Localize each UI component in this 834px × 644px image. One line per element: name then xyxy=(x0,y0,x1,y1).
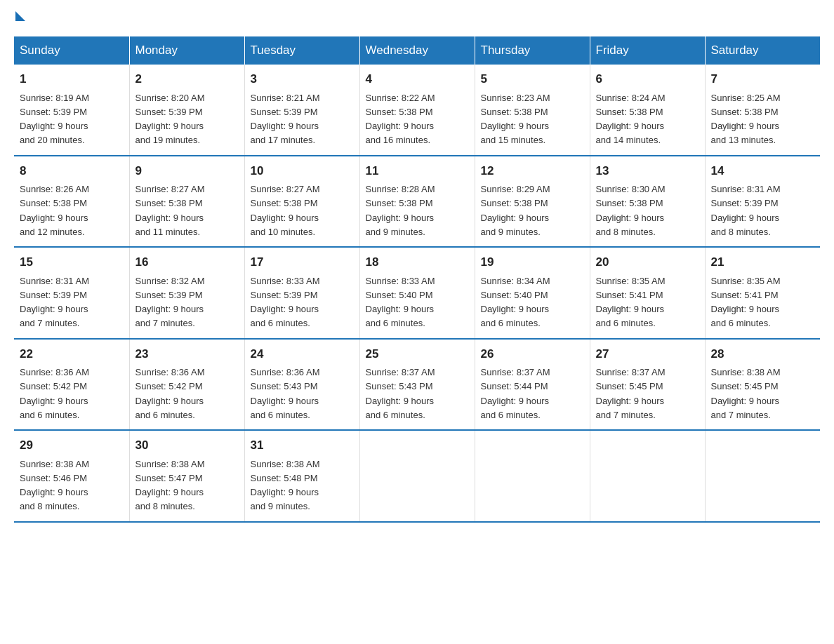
day-number: 12 xyxy=(481,162,584,180)
day-info: Sunrise: 8:20 AMSunset: 5:39 PMDaylight:… xyxy=(135,93,205,146)
day-info: Sunrise: 8:29 AMSunset: 5:38 PMDaylight:… xyxy=(481,184,550,237)
day-info: Sunrise: 8:25 AMSunset: 5:38 PMDaylight:… xyxy=(711,93,781,146)
day-info: Sunrise: 8:35 AMSunset: 5:41 PMDaylight:… xyxy=(711,276,781,329)
day-number: 8 xyxy=(20,162,124,180)
day-number: 14 xyxy=(711,162,815,180)
calendar-cell: 22 Sunrise: 8:36 AMSunset: 5:42 PMDaylig… xyxy=(14,339,129,431)
calendar-cell: 24 Sunrise: 8:36 AMSunset: 5:43 PMDaylig… xyxy=(244,339,359,431)
calendar-cell: 14 Sunrise: 8:31 AMSunset: 5:39 PMDaylig… xyxy=(705,156,820,248)
calendar-cell xyxy=(705,430,820,522)
calendar-cell xyxy=(590,430,705,522)
calendar-cell: 21 Sunrise: 8:35 AMSunset: 5:41 PMDaylig… xyxy=(705,247,820,339)
day-info: Sunrise: 8:19 AMSunset: 5:39 PMDaylight:… xyxy=(20,93,89,146)
day-info: Sunrise: 8:24 AMSunset: 5:38 PMDaylight:… xyxy=(596,93,666,146)
calendar-cell: 17 Sunrise: 8:33 AMSunset: 5:39 PMDaylig… xyxy=(244,247,359,339)
calendar-table: SundayMondayTuesdayWednesdayThursdayFrid… xyxy=(14,36,820,523)
day-info: Sunrise: 8:36 AMSunset: 5:42 PMDaylight:… xyxy=(20,367,89,420)
day-info: Sunrise: 8:27 AMSunset: 5:38 PMDaylight:… xyxy=(251,184,320,237)
day-info: Sunrise: 8:30 AMSunset: 5:38 PMDaylight:… xyxy=(596,184,666,237)
calendar-week-row: 8 Sunrise: 8:26 AMSunset: 5:38 PMDayligh… xyxy=(14,156,820,248)
day-number: 25 xyxy=(366,345,469,363)
day-number: 6 xyxy=(596,70,699,88)
day-number: 13 xyxy=(596,162,699,180)
day-info: Sunrise: 8:21 AMSunset: 5:39 PMDaylight:… xyxy=(251,93,320,146)
calendar-cell: 15 Sunrise: 8:31 AMSunset: 5:39 PMDaylig… xyxy=(14,247,129,339)
calendar-cell: 13 Sunrise: 8:30 AMSunset: 5:38 PMDaylig… xyxy=(590,156,705,248)
day-number: 22 xyxy=(20,345,124,363)
day-info: Sunrise: 8:37 AMSunset: 5:44 PMDaylight:… xyxy=(481,367,550,420)
day-info: Sunrise: 8:31 AMSunset: 5:39 PMDaylight:… xyxy=(20,276,89,329)
day-number: 17 xyxy=(251,253,354,271)
day-number: 30 xyxy=(135,436,239,455)
day-number: 15 xyxy=(20,253,124,271)
day-number: 10 xyxy=(251,162,354,180)
calendar-week-row: 1 Sunrise: 8:19 AMSunset: 5:39 PMDayligh… xyxy=(14,65,820,156)
calendar-cell: 9 Sunrise: 8:27 AMSunset: 5:38 PMDayligh… xyxy=(129,156,244,248)
logo-arrow-icon xyxy=(15,11,25,21)
day-info: Sunrise: 8:38 AMSunset: 5:48 PMDaylight:… xyxy=(251,459,320,512)
calendar-cell: 30 Sunrise: 8:38 AMSunset: 5:47 PMDaylig… xyxy=(129,430,244,522)
day-number: 27 xyxy=(596,345,699,363)
day-number: 31 xyxy=(251,436,354,455)
weekday-header-saturday: Saturday xyxy=(705,36,820,65)
day-info: Sunrise: 8:28 AMSunset: 5:38 PMDaylight:… xyxy=(366,184,435,237)
calendar-cell: 6 Sunrise: 8:24 AMSunset: 5:38 PMDayligh… xyxy=(590,65,705,156)
day-info: Sunrise: 8:38 AMSunset: 5:47 PMDaylight:… xyxy=(135,459,205,512)
calendar-cell: 12 Sunrise: 8:29 AMSunset: 5:38 PMDaylig… xyxy=(475,156,590,248)
weekday-header-tuesday: Tuesday xyxy=(244,36,359,65)
page-header xyxy=(14,14,820,22)
calendar-cell: 11 Sunrise: 8:28 AMSunset: 5:38 PMDaylig… xyxy=(359,156,475,248)
calendar-cell: 16 Sunrise: 8:32 AMSunset: 5:39 PMDaylig… xyxy=(129,247,244,339)
calendar-week-row: 15 Sunrise: 8:31 AMSunset: 5:39 PMDaylig… xyxy=(14,247,820,339)
day-number: 7 xyxy=(711,70,815,88)
day-info: Sunrise: 8:26 AMSunset: 5:38 PMDaylight:… xyxy=(20,184,89,237)
day-number: 20 xyxy=(596,253,699,271)
day-info: Sunrise: 8:31 AMSunset: 5:39 PMDaylight:… xyxy=(711,184,781,237)
calendar-week-row: 29 Sunrise: 8:38 AMSunset: 5:46 PMDaylig… xyxy=(14,430,820,522)
day-info: Sunrise: 8:22 AMSunset: 5:38 PMDaylight:… xyxy=(366,93,435,146)
day-info: Sunrise: 8:37 AMSunset: 5:45 PMDaylight:… xyxy=(596,367,666,420)
day-info: Sunrise: 8:34 AMSunset: 5:40 PMDaylight:… xyxy=(481,276,550,329)
calendar-cell: 1 Sunrise: 8:19 AMSunset: 5:39 PMDayligh… xyxy=(14,65,129,156)
day-number: 11 xyxy=(366,162,469,180)
day-number: 28 xyxy=(711,345,815,363)
day-info: Sunrise: 8:33 AMSunset: 5:39 PMDaylight:… xyxy=(251,276,320,329)
calendar-cell: 5 Sunrise: 8:23 AMSunset: 5:38 PMDayligh… xyxy=(475,65,590,156)
day-number: 2 xyxy=(135,70,239,88)
day-number: 29 xyxy=(20,436,124,455)
calendar-cell xyxy=(475,430,590,522)
calendar-header: SundayMondayTuesdayWednesdayThursdayFrid… xyxy=(14,36,820,65)
calendar-cell: 4 Sunrise: 8:22 AMSunset: 5:38 PMDayligh… xyxy=(359,65,475,156)
day-number: 19 xyxy=(481,253,584,271)
day-info: Sunrise: 8:37 AMSunset: 5:43 PMDaylight:… xyxy=(366,367,435,420)
day-info: Sunrise: 8:33 AMSunset: 5:40 PMDaylight:… xyxy=(366,276,435,329)
day-number: 24 xyxy=(251,345,354,363)
day-info: Sunrise: 8:38 AMSunset: 5:46 PMDaylight:… xyxy=(20,459,89,512)
calendar-cell: 20 Sunrise: 8:35 AMSunset: 5:41 PMDaylig… xyxy=(590,247,705,339)
calendar-cell: 29 Sunrise: 8:38 AMSunset: 5:46 PMDaylig… xyxy=(14,430,129,522)
calendar-cell: 23 Sunrise: 8:36 AMSunset: 5:42 PMDaylig… xyxy=(129,339,244,431)
day-number: 16 xyxy=(135,253,239,271)
weekday-header-monday: Monday xyxy=(129,36,244,65)
calendar-cell: 26 Sunrise: 8:37 AMSunset: 5:44 PMDaylig… xyxy=(475,339,590,431)
day-number: 1 xyxy=(20,70,124,88)
day-info: Sunrise: 8:32 AMSunset: 5:39 PMDaylight:… xyxy=(135,276,205,329)
calendar-cell: 10 Sunrise: 8:27 AMSunset: 5:38 PMDaylig… xyxy=(244,156,359,248)
day-info: Sunrise: 8:36 AMSunset: 5:43 PMDaylight:… xyxy=(251,367,320,420)
day-number: 23 xyxy=(135,345,239,363)
day-info: Sunrise: 8:23 AMSunset: 5:38 PMDaylight:… xyxy=(481,93,550,146)
day-info: Sunrise: 8:35 AMSunset: 5:41 PMDaylight:… xyxy=(596,276,666,329)
calendar-cell: 8 Sunrise: 8:26 AMSunset: 5:38 PMDayligh… xyxy=(14,156,129,248)
day-number: 5 xyxy=(481,70,584,88)
calendar-cell: 2 Sunrise: 8:20 AMSunset: 5:39 PMDayligh… xyxy=(129,65,244,156)
calendar-week-row: 22 Sunrise: 8:36 AMSunset: 5:42 PMDaylig… xyxy=(14,339,820,431)
calendar-body: 1 Sunrise: 8:19 AMSunset: 5:39 PMDayligh… xyxy=(14,65,820,522)
day-number: 18 xyxy=(366,253,469,271)
weekday-header-friday: Friday xyxy=(590,36,705,65)
logo xyxy=(14,14,25,22)
day-number: 26 xyxy=(481,345,584,363)
day-number: 4 xyxy=(366,70,469,88)
day-number: 3 xyxy=(251,70,354,88)
day-number: 9 xyxy=(135,162,239,180)
calendar-cell: 28 Sunrise: 8:38 AMSunset: 5:45 PMDaylig… xyxy=(705,339,820,431)
